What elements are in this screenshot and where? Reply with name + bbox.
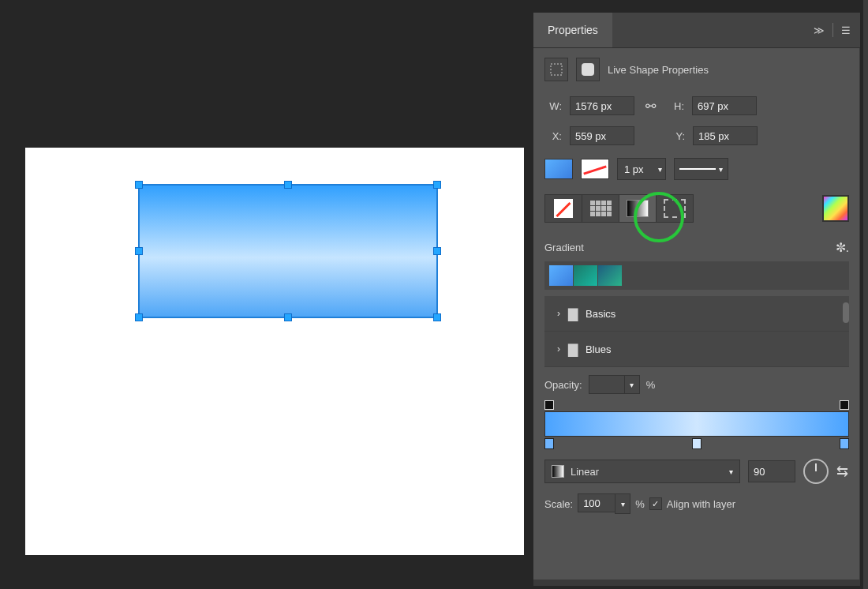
h-label: H:: [667, 100, 684, 112]
tabbar-divider: [832, 23, 833, 37]
gradient-preset-teal1[interactable]: [574, 265, 597, 286]
y-label: Y:: [668, 130, 685, 142]
folder-blues[interactable]: › ▇ Blues: [544, 332, 849, 367]
gradient-icon: [627, 200, 649, 217]
section-title: Live Shape Properties: [608, 64, 709, 76]
disclosure-right-icon: ›: [557, 308, 560, 319]
collapse-panel-icon[interactable]: ≫: [814, 24, 825, 36]
resize-handle-top-left[interactable]: [135, 181, 143, 189]
color-picker-swatch[interactable]: [822, 195, 849, 222]
shape-mask-icon: [576, 58, 600, 81]
gear-icon[interactable]: ✼.: [836, 240, 849, 255]
resize-handle-top-right[interactable]: [433, 181, 441, 189]
opacity-stop-right[interactable]: [840, 400, 849, 410]
panel-footer-shadow: [533, 580, 860, 586]
folder-basics[interactable]: › ▇ Basics: [544, 296, 849, 332]
fill-pattern-button[interactable]: [656, 194, 694, 223]
x-label: X:: [544, 130, 562, 142]
color-stop-1[interactable]: [544, 438, 554, 449]
stroke-width-value: 1 px: [624, 163, 644, 175]
gradient-type-combo[interactable]: Linear ▾: [544, 460, 740, 483]
chevron-down-icon: ▾: [658, 165, 662, 174]
gradient-heading: Gradient: [544, 242, 584, 253]
gradient-preset-teal2[interactable]: [598, 265, 622, 286]
scale-stepper[interactable]: ▾: [615, 493, 630, 514]
color-stop-2[interactable]: [692, 438, 702, 449]
stroke-swatch[interactable]: [581, 159, 609, 179]
grid-icon: [590, 201, 612, 216]
link-wh-icon[interactable]: ⚯: [645, 99, 656, 114]
align-label: Align with layer: [667, 498, 735, 510]
canvas[interactable]: [25, 148, 524, 555]
stroke-width-combo[interactable]: 1 px ▾: [617, 158, 666, 180]
folder-label: Basics: [586, 308, 615, 320]
resize-handle-bottom-right[interactable]: [433, 313, 441, 321]
fill-swatch[interactable]: [544, 159, 573, 179]
gradient-editor: [544, 397, 849, 452]
stroke-style-combo[interactable]: ▾: [674, 158, 728, 180]
resize-handle-mid-top[interactable]: [284, 181, 292, 189]
gradient-type-icon: [552, 465, 564, 478]
resize-handle-mid-left[interactable]: [135, 247, 143, 255]
stroke-sample-line: [679, 168, 716, 170]
svg-rect-0: [551, 64, 562, 75]
right-dock-strip: [863, 0, 868, 589]
resize-handle-bottom-left[interactable]: [135, 313, 143, 321]
gradient-type-value: Linear: [571, 466, 599, 478]
gradient-bar[interactable]: [544, 411, 849, 437]
chevron-down-icon: ▾: [729, 467, 733, 476]
w-label: W:: [544, 100, 562, 112]
scale-label: Scale:: [544, 498, 573, 510]
tab-properties[interactable]: Properties: [533, 13, 612, 47]
chevron-down-icon: ▾: [719, 165, 723, 174]
panel-tabbar: Properties ≫ ☰: [533, 13, 860, 48]
opacity-stop-left[interactable]: [544, 400, 554, 410]
opacity-label: Opacity:: [544, 379, 582, 391]
properties-panel: Properties ≫ ☰ Live Shape Properties W: …: [533, 13, 860, 581]
folder-icon: ▇: [568, 342, 578, 357]
angle-input[interactable]: [748, 460, 795, 482]
fill-solid-button[interactable]: [582, 194, 619, 223]
folder-icon: ▇: [568, 306, 578, 321]
reverse-gradient-icon[interactable]: ⇆: [836, 463, 848, 480]
resize-handle-mid-right[interactable]: [433, 247, 441, 255]
height-input[interactable]: [692, 96, 757, 115]
opacity-stepper[interactable]: ▾: [624, 375, 640, 394]
scale-pct: %: [635, 498, 645, 510]
gradient-preset-blue[interactable]: [549, 265, 573, 286]
bounds-icon: [544, 58, 568, 81]
fill-none-button[interactable]: [544, 194, 582, 223]
tree-scrollbar[interactable]: [843, 302, 849, 323]
scale-input[interactable]: [578, 493, 615, 512]
pattern-icon: [664, 199, 686, 218]
folder-label: Blues: [586, 343, 612, 355]
color-stop-3[interactable]: [840, 438, 849, 449]
width-input[interactable]: [570, 96, 634, 115]
x-input[interactable]: [570, 126, 634, 145]
opacity-input[interactable]: [589, 375, 625, 394]
y-input[interactable]: [693, 126, 758, 145]
disclosure-right-icon: ›: [557, 343, 560, 355]
gradient-tree: › ▇ Basics › ▇ Blues: [544, 296, 849, 367]
fill-gradient-button[interactable]: [619, 194, 657, 223]
resize-handle-mid-bottom[interactable]: [284, 313, 292, 321]
align-checkbox[interactable]: ✓: [649, 497, 662, 510]
opacity-pct: %: [646, 379, 656, 391]
angle-dial[interactable]: [803, 459, 829, 484]
gradient-preset-row: [544, 261, 849, 290]
fill-type-button-group: [544, 194, 694, 223]
panel-menu-icon[interactable]: ☰: [841, 24, 851, 36]
selected-rectangle[interactable]: [138, 184, 438, 318]
